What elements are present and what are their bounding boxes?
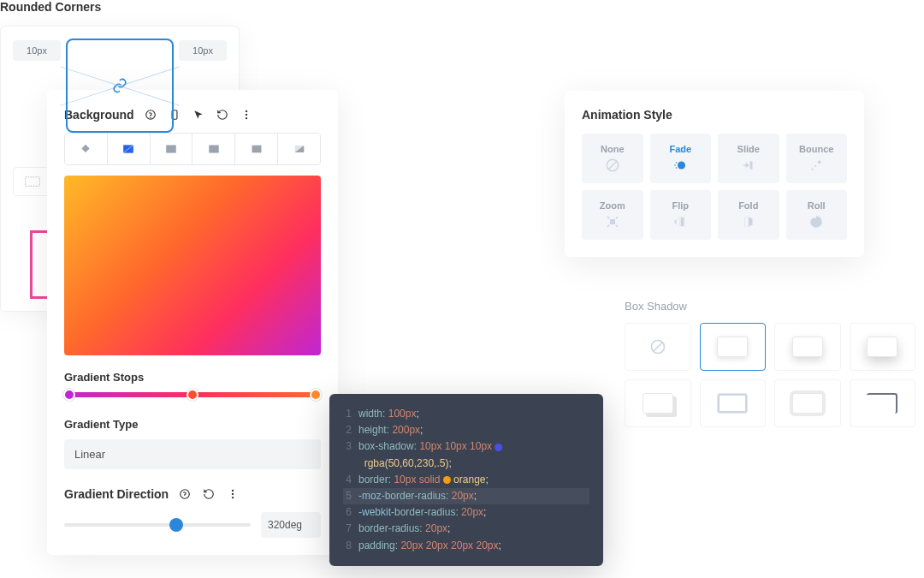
background-panel: Background Gradient Stops Gradient Type … <box>47 90 338 555</box>
gradient-direction-label: Gradient Direction <box>64 487 169 501</box>
code-line-1: 1width: 100px; <box>343 406 589 422</box>
anim-label: Bounce <box>799 144 833 154</box>
code-line-2: 2height: 200px; <box>343 422 589 438</box>
svg-rect-30 <box>749 162 752 170</box>
code-line-7: 7border-radius: 20px; <box>343 521 589 537</box>
gradient-stops-slider[interactable] <box>64 392 321 397</box>
svg-line-37 <box>654 343 662 351</box>
anim-roll[interactable]: Roll <box>786 190 848 240</box>
gradient-preview[interactable] <box>64 176 321 355</box>
bg-tab-mask[interactable] <box>278 134 320 164</box>
svg-point-32 <box>814 165 816 167</box>
anim-label: Fade <box>669 144 691 154</box>
svg-rect-34 <box>610 219 615 224</box>
svg-point-13 <box>232 493 234 495</box>
border-all[interactable] <box>13 167 51 196</box>
anim-none[interactable]: None <box>582 134 643 183</box>
bs-opt-3[interactable] <box>850 323 916 371</box>
bg-tab-image[interactable] <box>151 134 193 164</box>
direction-value-input[interactable] <box>261 512 321 538</box>
bg-tab-gradient[interactable] <box>108 134 151 164</box>
code-line-3b: rgba(50,60,230,.5); <box>343 456 589 472</box>
bs-opt-6[interactable] <box>774 379 841 427</box>
anim-label: Zoom <box>600 200 625 211</box>
bs-opt-2[interactable] <box>774 323 841 371</box>
background-tabs <box>64 133 321 165</box>
svg-point-14 <box>232 497 234 498</box>
hover-icon[interactable] <box>191 107 206 122</box>
corner-tr-value[interactable]: 10px <box>179 40 227 61</box>
anim-fade[interactable]: Fade <box>650 134 712 183</box>
anim-fold[interactable]: Fold <box>718 190 779 240</box>
corner-link-toggle[interactable] <box>66 39 174 133</box>
code-line-4: 4border: 10px solid orange; <box>343 472 589 488</box>
svg-point-27 <box>676 162 678 164</box>
svg-point-3 <box>246 110 247 112</box>
bs-opt-7[interactable] <box>850 379 916 427</box>
svg-point-26 <box>678 162 685 170</box>
direction-slider[interactable] <box>64 523 251 527</box>
anim-slide[interactable]: Slide <box>718 134 779 183</box>
more-icon[interactable] <box>225 486 240 502</box>
svg-point-5 <box>246 117 247 119</box>
gradient-direction-row <box>64 512 321 538</box>
animation-panel: Animation Style None Fade Slide Bounce Z… <box>565 91 864 257</box>
code-line-5: 5-moz-border-radius: 20px; <box>343 488 589 504</box>
anim-label: Flip <box>672 200 689 211</box>
anim-label: Roll <box>808 200 826 211</box>
bg-tab-video[interactable] <box>192 134 235 164</box>
help-icon[interactable] <box>177 486 192 502</box>
svg-point-11 <box>181 490 190 499</box>
svg-point-4 <box>246 114 247 116</box>
anim-zoom[interactable]: Zoom <box>582 190 643 240</box>
code-line-6: 6-webkit-border-radius: 20px; <box>343 504 589 521</box>
svg-point-33 <box>818 160 821 164</box>
svg-rect-35 <box>681 217 684 227</box>
reset-icon[interactable] <box>215 107 230 122</box>
box-shadow-section: Box Shadow <box>625 300 915 427</box>
anim-label: None <box>601 144 625 154</box>
svg-point-31 <box>812 168 814 170</box>
rounded-corners-title: Rounded Corners <box>0 0 240 14</box>
animation-title: Animation Style <box>582 108 847 122</box>
gradient-type-label: Gradient Type <box>64 418 321 431</box>
gradient-direction-header: Gradient Direction <box>64 486 321 502</box>
box-shadow-title: Box Shadow <box>625 300 915 313</box>
anim-label: Fold <box>738 200 758 211</box>
bg-tab-pattern[interactable] <box>235 134 278 164</box>
animation-grid: None Fade Slide Bounce Zoom Flip Fold Ro… <box>582 134 847 240</box>
bg-tab-fill[interactable] <box>65 134 108 164</box>
reset-icon[interactable] <box>201 486 216 502</box>
anim-flip[interactable]: Flip <box>650 190 712 240</box>
anim-bounce[interactable]: Bounce <box>786 134 848 183</box>
gradient-stop-2[interactable] <box>187 389 198 401</box>
svg-point-29 <box>676 167 678 169</box>
bs-opt-5[interactable] <box>700 379 767 427</box>
direction-slider-thumb[interactable] <box>169 518 183 532</box>
svg-rect-10 <box>252 146 261 152</box>
svg-point-12 <box>232 490 234 492</box>
svg-point-28 <box>675 164 677 166</box>
bs-opt-1[interactable] <box>700 323 767 371</box>
css-code-block: 1width: 100px; 2height: 200px; 3box-shad… <box>329 394 603 566</box>
gradient-type-select[interactable]: Linear <box>64 439 321 469</box>
gradient-stop-1[interactable] <box>63 389 75 401</box>
corner-tl-value[interactable]: 10px <box>13 40 61 61</box>
bs-none[interactable] <box>625 323 691 371</box>
anim-label: Slide <box>737 144 760 154</box>
svg-rect-15 <box>25 177 39 187</box>
gradient-stops-label: Gradient Stops <box>64 371 321 384</box>
gradient-stop-3[interactable] <box>310 389 322 401</box>
bs-opt-4[interactable] <box>625 379 691 427</box>
box-shadow-grid <box>625 323 915 427</box>
code-line-8: 8padding: 20px 20px 20px 20px; <box>343 538 589 554</box>
code-line-3: 3box-shadow: 10px 10px 10px <box>343 438 589 455</box>
more-icon[interactable] <box>239 107 254 122</box>
svg-line-25 <box>608 162 616 170</box>
